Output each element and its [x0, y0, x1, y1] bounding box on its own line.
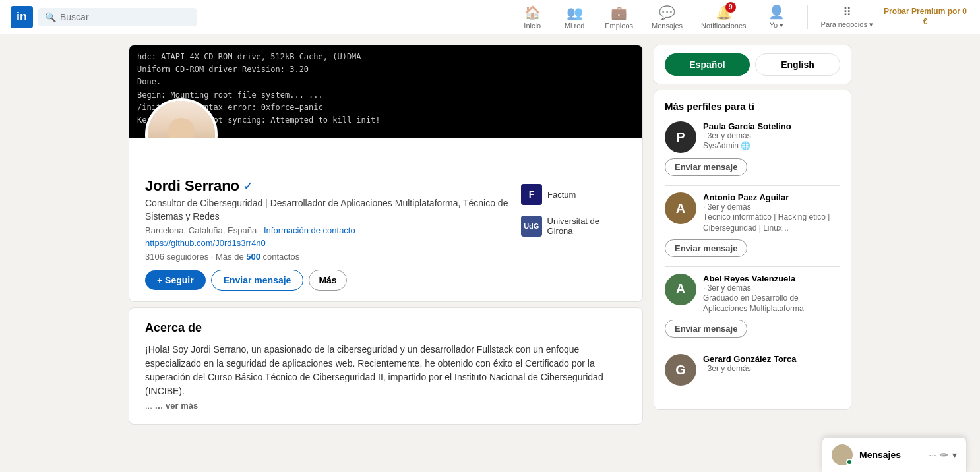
linkedin-logo[interactable]: in — [11, 6, 33, 28]
person-info-0: Paula García Sotelino · 3er y demás SysA… — [703, 121, 791, 152]
network-icon: 👥 — [567, 5, 583, 20]
contact-link[interactable]: Información de contacto — [264, 225, 355, 235]
send-msg-btn-2[interactable]: Enviar mensaje — [665, 320, 747, 338]
notifications-icon: 🔔 9 — [716, 5, 732, 20]
sidebar: Español English Más perfiles para ti P P… — [654, 45, 851, 425]
jobs-icon: 💼 — [611, 5, 627, 20]
suggested-person-3: G Gerard González Torca · 3er y demás — [665, 354, 840, 390]
suggested-person-2: A Abel Reyes Valenzuela · 3er y demás Gr… — [665, 274, 840, 338]
profile-avatar-wrap — [145, 98, 218, 138]
espanol-button[interactable]: Español — [665, 53, 750, 76]
profile-title: Consultor de Ciberseguridad | Desarrolla… — [145, 197, 521, 223]
language-toggle: Español English — [654, 45, 851, 84]
grid-icon: ⠿ — [843, 5, 851, 19]
see-more-link[interactable]: … ver más — [154, 401, 198, 411]
person-avatar-placeholder-1: A — [665, 192, 696, 224]
verified-badge: ✓ — [243, 179, 253, 193]
navbar-right: ⠿ Para negocios ▾ Probar Premium por 0 € — [807, 5, 969, 29]
suggested-person-row-3: G Gerard González Torca · 3er y demás — [665, 354, 840, 386]
profile-card: hdc: ATAPI 4X CD-ROM drive, 512kB Cache,… — [129, 45, 643, 302]
person-avatar-2: A — [665, 274, 696, 305]
profile-stats: 3106 seguidores · Más de 500 contactos — [145, 252, 521, 262]
person-name-0[interactable]: Paula García Sotelino — [703, 121, 791, 131]
send-msg-btn-1[interactable]: Enviar mensaje — [665, 239, 747, 257]
notifications-badge: 9 — [725, 2, 736, 13]
nav-label-inicio: Inicio — [524, 22, 541, 30]
nav-label-mi-red: Mi red — [565, 22, 585, 30]
profile-icon: 👤 — [768, 4, 785, 20]
udg-name: Universitat de Girona — [547, 216, 627, 236]
factum-logo: F — [521, 184, 542, 205]
nav-item-notificaciones[interactable]: 🔔 9 Notificaciones — [693, 5, 754, 30]
avatar-face — [148, 101, 215, 138]
person-degree-1: · 3er y demás — [703, 202, 840, 212]
nav-item-mensajes[interactable]: 💬 Mensajes — [644, 5, 690, 30]
person-avatar-3: G — [665, 354, 696, 386]
messages-icon: 💬 — [659, 5, 675, 20]
github-link[interactable]: https://github.com/J0rd1s3rr4n0 — [145, 238, 521, 248]
profile-actions: + Seguir Enviar mensaje Más — [145, 270, 521, 291]
follow-button[interactable]: + Seguir — [145, 270, 206, 290]
premium-sub: € — [923, 17, 928, 28]
divider-2 — [665, 347, 840, 347]
suggested-person-row-1: A Antonio Paez Aguilar · 3er y demás Téc… — [665, 192, 840, 234]
person-info-3: Gerard González Torca · 3er y demás — [703, 354, 796, 373]
suggested-person-1: A Antonio Paez Aguilar · 3er y demás Téc… — [665, 192, 840, 257]
person-name-2[interactable]: Abel Reyes Valenzuela — [703, 274, 840, 283]
udg-logo: UdG — [521, 216, 542, 237]
person-avatar-1: A — [665, 192, 696, 224]
company-udg[interactable]: UdG Universitat de Girona — [521, 216, 627, 237]
english-button[interactable]: English — [755, 53, 840, 76]
about-title: Acerca de — [145, 321, 627, 335]
about-card: Acerca de ¡Hola! Soy Jordi Serrano, un a… — [129, 307, 643, 425]
profile-banner: hdc: ATAPI 4X CD-ROM drive, 512kB Cache,… — [129, 45, 642, 138]
home-icon: 🏠 — [524, 5, 541, 20]
nav-item-empleos[interactable]: 💼 Empleos — [597, 5, 641, 30]
companies-right: F Factum UdG Universitat de Girona — [521, 177, 627, 242]
navbar: in 🔍 🏠 Inicio 👥 Mi red 💼 Empleos 💬 Mensa… — [0, 0, 980, 34]
more-button[interactable]: Más — [309, 270, 346, 291]
person-role-2: Graduado en Desarrollo de Aplicaciones M… — [703, 293, 840, 315]
person-degree-2: · 3er y demás — [703, 283, 840, 293]
suggested-card: Más perfiles para ti P Paula García Sote… — [654, 90, 851, 410]
nav-item-mi-red[interactable]: 👥 Mi red — [555, 5, 594, 30]
profile-info: Jordi Serrano ✓ Consultor de Ciberseguri… — [129, 138, 642, 301]
nav-label-yo: Yo ▾ — [770, 21, 784, 30]
profile-avatar — [145, 98, 218, 138]
suggested-title: Más perfiles para ti — [665, 101, 840, 112]
suggested-person-row-0: P Paula García Sotelino · 3er y demás Sy… — [665, 121, 840, 153]
person-avatar-0: P — [665, 121, 696, 153]
search-input[interactable] — [60, 12, 190, 22]
factum-name: Factum — [547, 190, 576, 200]
profile-name: Jordi Serrano — [145, 177, 239, 194]
profile-name-row: Jordi Serrano ✓ — [145, 177, 521, 194]
send-msg-btn-0[interactable]: Enviar mensaje — [665, 158, 747, 176]
nav-item-yo[interactable]: 👤 Yo ▾ — [757, 4, 797, 30]
nav-label-empleos: Empleos — [605, 22, 633, 30]
nav-item-inicio[interactable]: 🏠 Inicio — [512, 5, 552, 30]
person-name-3[interactable]: Gerard González Torca — [703, 354, 796, 364]
company-factum[interactable]: F Factum — [521, 184, 627, 205]
suggested-person-row-2: A Abel Reyes Valenzuela · 3er y demás Gr… — [665, 274, 840, 315]
negocios-label: Para negocios ▾ — [821, 20, 873, 29]
premium-label: Probar Premium por 0 — [884, 7, 967, 17]
message-button[interactable]: Enviar mensaje — [211, 270, 304, 291]
profile-card-body: Jordi Serrano ✓ Consultor de Ciberseguri… — [129, 138, 642, 301]
person-degree-3: · 3er y demás — [703, 364, 796, 373]
person-avatar-placeholder-3: G — [665, 354, 696, 386]
suggested-person-0: P Paula García Sotelino · 3er y demás Sy… — [665, 121, 840, 176]
person-info-2: Abel Reyes Valenzuela · 3er y demás Grad… — [703, 274, 840, 315]
profile-location: Barcelona, Cataluña, España · Informació… — [145, 225, 521, 235]
search-bar[interactable]: 🔍 — [38, 8, 197, 26]
nav-center: 🏠 Inicio 👥 Mi red 💼 Empleos 💬 Mensajes 🔔… — [512, 4, 796, 30]
profile-details: Jordi Serrano ✓ Consultor de Ciberseguri… — [145, 177, 521, 291]
person-avatar-placeholder-0: P — [665, 121, 696, 153]
divider-1 — [665, 266, 840, 267]
person-info-1: Antonio Paez Aguilar · 3er y demás Técni… — [703, 192, 840, 234]
main-layout: hdc: ATAPI 4X CD-ROM drive, 512kB Cache,… — [118, 45, 862, 425]
premium-link[interactable]: Probar Premium por 0 € — [881, 7, 969, 27]
nav-negocios[interactable]: ⠿ Para negocios ▾ — [816, 5, 878, 29]
divider-0 — [665, 185, 840, 186]
person-name-1[interactable]: Antonio Paez Aguilar — [703, 192, 840, 202]
nav-label-mensajes: Mensajes — [652, 22, 683, 30]
